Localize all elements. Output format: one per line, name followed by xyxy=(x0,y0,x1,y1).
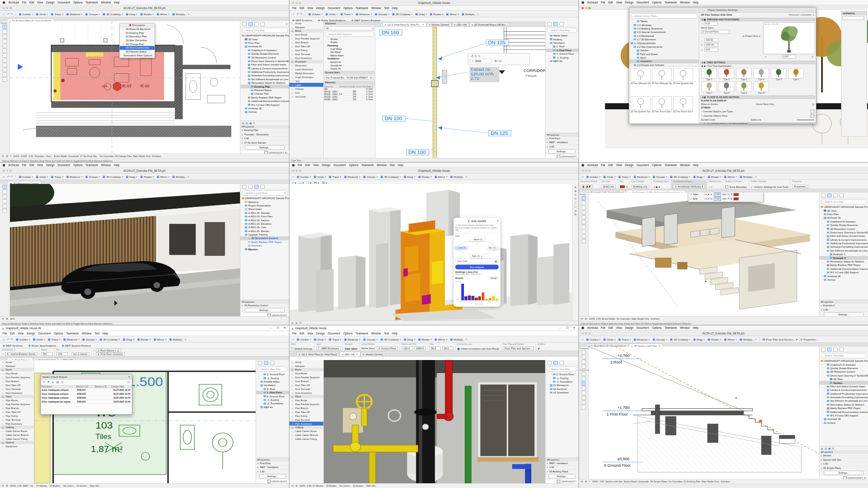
toolbox-item[interactable]: ◇Arrow xyxy=(289,21,323,25)
prop-icon-1[interactable]: ▤ xyxy=(821,447,823,450)
toolbox-item[interactable]: ◇Duct Route xyxy=(289,33,323,36)
inherit-checkbox[interactable] xyxy=(457,348,460,350)
slab-tool-icon[interactable] xyxy=(582,229,586,234)
menu-item[interactable]: File xyxy=(22,164,26,167)
toolbar-button[interactable]: ▣Guides▾ xyxy=(19,13,33,16)
toolbar-button[interactable]: ▣Trace▾ xyxy=(618,175,631,178)
zoom-in-icon[interactable]: ⊕ xyxy=(295,321,297,325)
floor-plan-canvas[interactable]: IE-03 044 IE-02 xyxy=(10,21,240,154)
layout-book-item[interactable]: GRAPHISOFT ARCHICAD Sample Project - Hil… xyxy=(240,197,289,200)
view-map-search[interactable]: ⌕Search View Map xyxy=(242,28,288,33)
toolbar-button[interactable]: ▣Grids▾ xyxy=(36,175,48,178)
menu-item[interactable]: Design xyxy=(316,332,325,335)
menu-item[interactable]: Design xyxy=(625,164,634,167)
view-map-item[interactable]: Archicad 29 xyxy=(240,45,289,48)
toolbox-item[interactable]: ◇Dimension xyxy=(289,63,323,67)
toolbox-item[interactable]: ◇Duct Terminal xyxy=(289,387,323,391)
status-chip[interactable]: Architect xyxy=(152,155,161,157)
surface-icon[interactable]: ◩ xyxy=(538,347,540,350)
view-map-item[interactable]: Easily Replace PDF Pages xyxy=(819,263,868,267)
home-icon[interactable]: ⌂ xyxy=(3,175,4,178)
mep-system-item[interactable]: ◌Cold Water xyxy=(324,47,375,51)
view-map-item[interactable]: Set Different Arrowheads for Line Tools xyxy=(819,399,868,403)
gear-icon[interactable]: ⚙ xyxy=(284,192,286,194)
menu-item[interactable]: Test xyxy=(95,332,100,335)
view-map-search[interactable]: ⌕Search View Map xyxy=(821,199,867,204)
dashed-lines-buttons[interactable]: ┄ ┅ xyxy=(709,186,713,188)
detail-tool-icon[interactable] xyxy=(582,364,586,369)
zone-style-select[interactable]: AC-1 Interior xyxy=(72,352,89,356)
menu-item[interactable]: Design xyxy=(27,332,36,335)
view-map-item[interactable]: Archive xyxy=(240,110,289,114)
properties-title[interactable]: ▾ Properties xyxy=(546,458,579,462)
mep-system-item[interactable]: ◌Outside Air xyxy=(324,64,375,67)
toolbox-item[interactable]: ◇Pipe Branch xyxy=(289,406,323,410)
section-floor-plan[interactable]: ▾ ▤ FLOOR PLAN AND SECTION xyxy=(700,95,815,99)
toolbar-button[interactable]: ▣Drag▾ xyxy=(122,338,134,341)
view-map-item[interactable]: Floor Plan xyxy=(819,213,868,216)
layout-book-item[interactable]: A-RD1-15- Floor Plan xyxy=(240,215,289,218)
toolbox-item[interactable]: ◇Duct Fitting xyxy=(289,48,323,52)
zone-name-field[interactable]: WC xyxy=(41,352,53,356)
elevation-tool-icon[interactable] xyxy=(582,355,586,359)
property-row[interactable]: ▸Section with Site xyxy=(819,458,868,462)
toolbox-item[interactable]: ◇Duct Flexible Segment xyxy=(0,375,34,379)
view-map-item[interactable]: Ventilation xyxy=(546,41,579,45)
maximize-icon[interactable] xyxy=(10,7,12,9)
menu-item[interactable]: Teamwork xyxy=(66,332,79,335)
level-dimension-tool-icon[interactable] xyxy=(582,377,586,381)
zoom-out-icon[interactable]: ⊖ xyxy=(581,317,583,321)
layout-book-item[interactable]: A-RD1-15- Siteplan xyxy=(240,211,289,215)
view-map-item[interactable]: IFC 4.3 and OBJ Support xyxy=(240,103,289,106)
status-chip[interactable]: 456% xyxy=(10,485,16,487)
toolbar-button[interactable]: ▣Drag▾ xyxy=(404,175,415,178)
arrow-tool-icon[interactable] xyxy=(3,25,7,29)
toolbar-button[interactable]: ▣Measure▾ xyxy=(355,13,372,16)
apple-icon[interactable] xyxy=(3,1,5,4)
worksheet-tool-icon[interactable] xyxy=(582,360,586,364)
menu-item[interactable]: File xyxy=(292,332,296,335)
mirror-icon[interactable]: ⇋ xyxy=(811,56,813,58)
status-chip[interactable]: Main Model Only xyxy=(702,480,719,483)
menu-item[interactable]: Document xyxy=(58,164,70,167)
wall-tool-icon[interactable] xyxy=(3,34,7,39)
refresh-icon[interactable]: ⟳ xyxy=(43,380,45,384)
render-canvas[interactable] xyxy=(10,184,240,317)
view-map-item[interactable]: Example 1 xyxy=(819,252,868,256)
view-map-item[interactable]: 2. Roof xyxy=(256,387,289,391)
window-title-bar[interactable]: ◮ Graphisoft_Hillside House − ❐ ✕ xyxy=(289,325,579,331)
tree-type-option[interactable]: Type 7 xyxy=(701,82,717,94)
view-tab[interactable]: ▸[3D / All]✕ xyxy=(339,352,360,356)
toolbox-item[interactable]: ◇Duct Route xyxy=(0,371,34,375)
mep-system-item[interactable]: ◌Extract Air xyxy=(324,60,375,64)
toolbox-item[interactable]: ◇Pipe Terminal xyxy=(289,418,323,422)
menu-item[interactable]: Window xyxy=(680,164,690,167)
view-map-item[interactable]: Library & Content Improvements xyxy=(240,67,289,70)
project-map-icon[interactable] xyxy=(242,22,247,26)
toolbox-item[interactable]: ◇Duct Take-Off xyxy=(289,44,323,48)
tree-type-option[interactable]: Type 3 xyxy=(736,68,752,81)
toolbar-button[interactable]: ▣Guides▾ xyxy=(586,175,600,178)
properties-button[interactable]: Properties... xyxy=(792,185,809,188)
dimension-tool-icon[interactable] xyxy=(582,372,586,376)
toolbar-button[interactable]: ▣Groups▾ xyxy=(82,338,97,341)
override-pens-checkbox[interactable] xyxy=(811,114,814,118)
property-row[interactable]: ▸1:50 xyxy=(240,137,289,141)
context-menu-item[interactable]: 02 Demolition Plan xyxy=(120,35,155,39)
window-title-bar[interactable]: ◮ Graphisoft_Hillside House-IN − ❐ ✕ xyxy=(0,325,289,331)
view-map-item[interactable]: 2. Roof xyxy=(546,45,579,48)
home-icon[interactable]: ⌂ xyxy=(292,13,294,16)
toolbox-item[interactable]: ◇Document xyxy=(289,60,323,63)
menu-item[interactable]: Design xyxy=(625,326,634,329)
toolbar-button[interactable]: ▣Multiply...▾ xyxy=(450,338,467,341)
menu-item[interactable]: Help xyxy=(693,164,698,167)
layout-book-item[interactable]: A-RD1-15- Render xyxy=(240,229,289,233)
status-chip[interactable]: 07 Mecha... xyxy=(36,485,48,487)
filter-icon[interactable]: ⚑ xyxy=(47,380,49,384)
toolbox-item[interactable]: ◇Ducts xyxy=(289,368,323,371)
view-map-item[interactable]: Easily Replace PDF Pages xyxy=(819,406,868,410)
pen-color-chip[interactable] xyxy=(620,185,625,188)
home-icon[interactable]: ⌂ xyxy=(3,338,4,341)
toolbar-button[interactable]: ▣Grids▾ xyxy=(603,175,616,178)
toolbar-button[interactable]: ▣Grids▾ xyxy=(325,13,338,16)
